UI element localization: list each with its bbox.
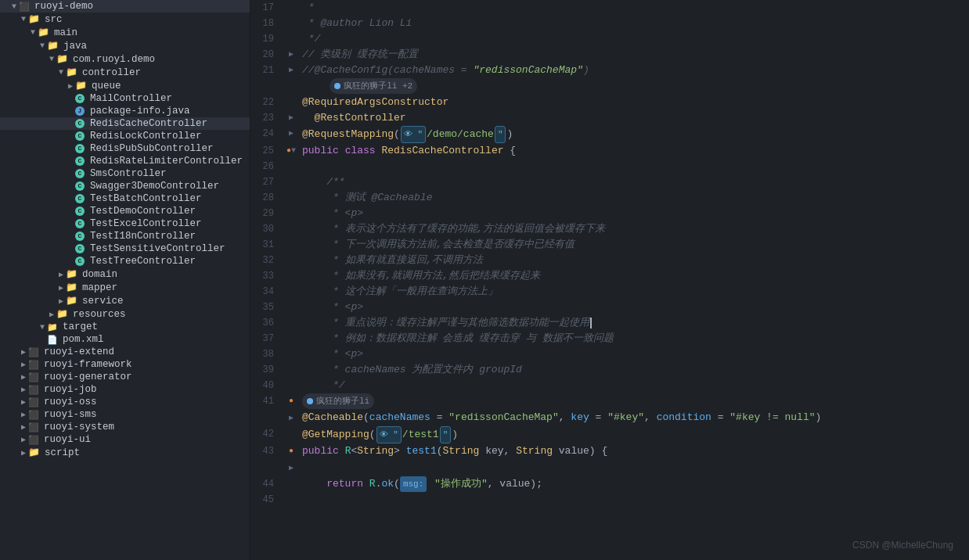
tree-arrow bbox=[56, 270, 66, 279]
sidebar-item-target[interactable]: 📁 target bbox=[0, 321, 250, 333]
sidebar-item-mapper[interactable]: 📁 mapper bbox=[0, 281, 250, 294]
line-number: 24 bbox=[250, 126, 283, 142]
sidebar-item-RedisLockController[interactable]: C RedisLockController bbox=[0, 130, 250, 142]
code-line-44: 44 return R.ok(msg: "操作成功", value); bbox=[250, 476, 969, 492]
tree-arrow bbox=[19, 435, 28, 444]
fold-arrow[interactable]: ▶ bbox=[289, 126, 294, 142]
sidebar-item-TestI18nController[interactable]: C TestI18nController bbox=[0, 230, 250, 242]
sidebar-item-RedisCacheController[interactable]: C RedisCacheController bbox=[0, 117, 250, 130]
code-line-22: 22 @RequiredArgsConstructor bbox=[250, 95, 969, 110]
sidebar-item-ruoyi-system[interactable]: ⬛ ruoyi-system bbox=[0, 421, 250, 433]
sidebar-item-ruoyi-generator[interactable]: ⬛ ruoyi-generator bbox=[0, 371, 250, 383]
code-line-30: 30 * 表示这个方法有了缓存的功能,方法的返回值会被缓存下来 bbox=[250, 221, 969, 237]
code-editor[interactable]: 17 * 18 * @author Lion Li 19 */ 20 ▶ // … bbox=[250, 0, 969, 560]
xml-icon: 📄 bbox=[47, 335, 58, 345]
fold-arrow[interactable]: ▶ bbox=[289, 411, 294, 426]
sidebar-item-SmsController[interactable]: C SmsController bbox=[0, 167, 250, 180]
fold-arrow[interactable]: ▶ bbox=[289, 47, 294, 63]
line-number: 36 bbox=[250, 315, 283, 331]
fold-arrow[interactable]: ▼ bbox=[291, 143, 296, 159]
line-number: 32 bbox=[250, 253, 283, 268]
sidebar-item-package-info[interactable]: J package-info.java bbox=[0, 105, 250, 117]
line-number: 39 bbox=[250, 362, 283, 378]
line-number: 28 bbox=[250, 190, 283, 206]
sidebar-item-ruoyi-sms[interactable]: ⬛ ruoyi-sms bbox=[0, 408, 250, 421]
line-number: 25 bbox=[250, 143, 283, 159]
code-content-34: * 这个注解「一般用在查询方法上」 bbox=[299, 284, 969, 300]
sidebar-item-label: target bbox=[63, 321, 98, 332]
tree-arrow bbox=[19, 372, 28, 382]
java-class-icon: C bbox=[75, 94, 85, 103]
sidebar-item-label: ruoyi-job bbox=[44, 384, 97, 395]
sidebar-item-resources[interactable]: 📁 resources bbox=[0, 307, 250, 321]
code-line-21: 21 ▶ //@CacheConfig(cacheNames = "rediss… bbox=[250, 63, 969, 95]
sidebar-item-java[interactable]: 📁 java bbox=[0, 39, 250, 52]
fold-arrow[interactable]: ▶ bbox=[289, 461, 294, 476]
sidebar-item-service[interactable]: 📁 service bbox=[0, 294, 250, 307]
java-class-icon: C bbox=[75, 156, 85, 166]
folder-icon: 📁 bbox=[66, 268, 77, 280]
sidebar-item-RedisRateLimiterController[interactable]: C RedisRateLimiterController bbox=[0, 155, 250, 167]
code-content-28: * 测试 @Cacheable bbox=[299, 190, 969, 206]
tree-arrow bbox=[38, 41, 47, 50]
sidebar-item-domain[interactable]: 📁 domain bbox=[0, 267, 250, 281]
line-number: 34 bbox=[250, 284, 283, 300]
sidebar-item-ruoyi-ui[interactable]: ⬛ ruoyi-ui bbox=[0, 433, 250, 446]
sidebar-item-main[interactable]: 📁 main bbox=[0, 26, 250, 39]
sidebar-item-TestSensitiveController[interactable]: C TestSensitiveController bbox=[0, 242, 250, 255]
sidebar-item-label: ruoyi-system bbox=[44, 422, 114, 433]
java-class-icon: C bbox=[75, 119, 85, 128]
tree-arrow bbox=[19, 360, 28, 369]
sidebar-item-controller[interactable]: 📁 controller bbox=[0, 66, 250, 79]
sidebar-item-label: TestSensitiveController bbox=[90, 243, 225, 254]
java-class-icon: C bbox=[75, 219, 85, 228]
sidebar-item-label: ruoyi-generator bbox=[44, 372, 132, 382]
folder-icon: 📁 bbox=[75, 80, 87, 92]
git-change-icon: ● bbox=[289, 393, 294, 409]
sidebar-item-pom[interactable]: 📄 pom.xml bbox=[0, 333, 250, 346]
sidebar-item-TestDemoController[interactable]: C TestDemoController bbox=[0, 205, 250, 217]
fold-arrow[interactable]: ▶ bbox=[289, 110, 294, 126]
sidebar-item-label: TestDemoController bbox=[90, 206, 196, 217]
sidebar-item-MailController[interactable]: C MailController bbox=[0, 92, 250, 105]
line-number: 17 bbox=[250, 0, 283, 16]
gutter-41: ● ▶ bbox=[283, 393, 299, 426]
sidebar-item-Swagger3DemoController[interactable]: C Swagger3DemoController bbox=[0, 180, 250, 192]
sidebar-item-label: RedisRateLimiterController bbox=[90, 156, 243, 167]
sidebar-item-TestExcelController[interactable]: C TestExcelController bbox=[0, 217, 250, 230]
line-number: 37 bbox=[250, 331, 283, 346]
tree-arrow bbox=[19, 410, 28, 419]
code-line-23: 23 ▶ @RestController bbox=[250, 110, 969, 126]
sidebar-item-ruoyi-framework[interactable]: ⬛ ruoyi-framework bbox=[0, 358, 250, 371]
sidebar-item-label: MailController bbox=[90, 93, 172, 104]
sidebar-item-label: queue bbox=[92, 81, 121, 92]
sidebar-item-RedisPubSubController[interactable]: C RedisPubSubController bbox=[0, 142, 250, 155]
code-line-35: 35 * <p> bbox=[250, 300, 969, 315]
sidebar-item-label: ruoyi-sms bbox=[44, 409, 97, 420]
gutter-23: ▶ bbox=[283, 110, 299, 126]
code-line-42: 42 @GetMapping(👁 "/test1") bbox=[250, 426, 969, 443]
code-line-20: 20 ▶ // 类级别 缓存统一配置 bbox=[250, 47, 969, 63]
sidebar-item-label: ruoyi-oss bbox=[44, 397, 97, 407]
sidebar-item-ruoyi-job[interactable]: ⬛ ruoyi-job bbox=[0, 383, 250, 396]
sidebar-item-TestBatchController[interactable]: C TestBatchController bbox=[0, 192, 250, 205]
sidebar-item-ruoyi-extend[interactable]: ⬛ ruoyi-extend bbox=[0, 346, 250, 358]
sidebar-item-com-ruoyi-demo[interactable]: 📁 com.ruoyi.demo bbox=[0, 52, 250, 66]
code-content-24: @RequestMapping(👁 "/demo/cache") bbox=[299, 126, 969, 143]
sidebar-item-ruoyi-oss[interactable]: ⬛ ruoyi-oss bbox=[0, 396, 250, 408]
line-number: 40 bbox=[250, 378, 283, 393]
sidebar-item-label: TestI18nController bbox=[90, 231, 196, 242]
sidebar-item-script[interactable]: 📁 script bbox=[0, 446, 250, 459]
sidebar-item-queue[interactable]: 📁 queue bbox=[0, 79, 250, 92]
folder-icon: 📁 bbox=[28, 447, 40, 458]
sidebar-item-TestTreeController[interactable]: C TestTreeController bbox=[0, 255, 250, 267]
git-change-icon: ● bbox=[289, 443, 294, 459]
sidebar-item-label: TestTreeController bbox=[90, 256, 196, 267]
sidebar-item-src[interactable]: 📁 src bbox=[0, 13, 250, 26]
module-icon: ⬛ bbox=[28, 372, 39, 382]
fold-arrow[interactable]: ▶ bbox=[289, 63, 294, 78]
sidebar-item-ruoyi-demo[interactable]: ⬛ ruoyi-demo bbox=[0, 0, 250, 13]
code-line-18: 18 * @author Lion Li bbox=[250, 16, 969, 31]
file-tree[interactable]: ⬛ ruoyi-demo 📁 src 📁 main 📁 java 📁 com.r… bbox=[0, 0, 250, 560]
gutter-25: ● ▼ bbox=[283, 143, 299, 159]
